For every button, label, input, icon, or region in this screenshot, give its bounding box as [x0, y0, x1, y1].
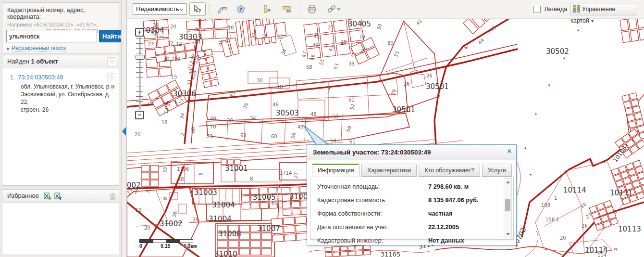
close-icon[interactable]: ×: [507, 147, 511, 155]
results-panel: Найден 1 объект ☆ 1.73:24:030503:49 ☆ об…: [2, 55, 119, 186]
layers-grid-icon: [573, 5, 580, 13]
link-chain-icon: [326, 5, 341, 13]
scroll-up-icon[interactable]: [506, 181, 510, 183]
collapse-sidebar-icon[interactable]: [122, 127, 126, 136]
export-excel-icon[interactable]: [44, 192, 51, 205]
svg-text:80: 80: [190, 127, 196, 133]
svg-text:?: ?: [198, 9, 201, 13]
share-link-button[interactable]: [323, 2, 344, 16]
svg-text:31004: 31004: [212, 201, 235, 209]
zoom-out-button[interactable]: −: [135, 111, 144, 119]
svg-text:80: 80: [387, 40, 394, 46]
tab-information[interactable]: Информация: [312, 164, 359, 177]
tab-who-services[interactable]: Кто обслуживает?: [419, 164, 480, 177]
svg-text:108 1: 108 1: [545, 217, 559, 222]
svg-text:22: 22: [148, 42, 154, 47]
zoom-in-button[interactable]: +: [135, 28, 144, 37]
sidebar-divider[interactable]: [121, 0, 127, 257]
cadastral-number-link[interactable]: 73:24:030503:49: [18, 74, 63, 81]
print-button[interactable]: [304, 2, 320, 16]
svg-text:41: 41: [351, 53, 357, 58]
popup-title: Земельный участок: 73:24:030503:49: [307, 145, 516, 160]
svg-text:34: 34: [153, 23, 159, 28]
layer-select-value: Недвижимость: [136, 5, 179, 13]
favorites-title: Избранное: [7, 192, 39, 199]
identify-by-polygon-button[interactable]: ?: [233, 2, 249, 16]
scrollbar-thumb[interactable]: [505, 199, 510, 211]
measure-area-button[interactable]: М²: [280, 2, 296, 16]
svg-text:27: 27: [293, 172, 299, 179]
svg-text:30: 30: [257, 78, 263, 83]
svg-text:20: 20: [144, 225, 150, 231]
svg-text:80: 80: [272, 200, 278, 206]
svg-text:27: 27: [328, 25, 334, 30]
svg-text:15: 15: [171, 74, 177, 79]
result-index: 1.: [10, 74, 15, 81]
svg-text:31008: 31008: [218, 230, 241, 238]
trash-icon[interactable]: [110, 192, 116, 205]
measure-length-button[interactable]: М: [259, 2, 275, 16]
svg-text:31007: 31007: [257, 224, 280, 233]
svg-text:26: 26: [582, 223, 588, 229]
identify-object-button[interactable]: ?: [189, 2, 206, 16]
results-header: Найден 1 объект ☆: [2, 55, 119, 68]
svg-text:1706: 1706: [177, 167, 189, 172]
results-star-button[interactable]: ☆: [107, 57, 116, 66]
map-manager-button[interactable]: Управление картой▾: [570, 3, 637, 15]
svg-text:23: 23: [207, 134, 213, 139]
info-row-registration-date: Дата постановки на учет:22.12.2005: [317, 220, 494, 234]
svg-text:20: 20: [560, 235, 566, 241]
scale-label-end: 0.3км: [184, 243, 197, 249]
svg-text:60: 60: [271, 134, 277, 139]
svg-text:31010: 31010: [214, 250, 237, 257]
svg-text:18: 18: [161, 120, 168, 125]
svg-text:13: 13: [193, 38, 200, 45]
svg-text:М²: М²: [286, 10, 291, 13]
layer-select[interactable]: Недвижимость: [133, 3, 186, 15]
svg-text:19: 19: [136, 207, 142, 213]
svg-text:20: 20: [135, 132, 141, 137]
scroll-down-icon[interactable]: [506, 233, 510, 235]
tab-characteristics[interactable]: Характеристики: [361, 164, 417, 177]
svg-text:2: 2: [188, 80, 191, 85]
advanced-search-arrow-icon: ▸: [7, 46, 10, 51]
svg-text:30501: 30501: [392, 105, 415, 114]
result-address-line2: Засвияжский, ул. Октябрьская, д. 22,: [21, 90, 116, 106]
zoom-slider-thumb[interactable]: [136, 55, 145, 60]
search-hint-line1: Например «61:6:10104:12», «61:6:*»,: [7, 21, 114, 28]
scale-label-start: 0: [139, 243, 142, 249]
svg-text:46: 46: [272, 102, 279, 107]
svg-text:7: 7: [603, 246, 606, 251]
svg-text:28: 28: [192, 217, 198, 222]
svg-text:?: ?: [221, 7, 223, 12]
search-input[interactable]: [6, 30, 97, 42]
svg-text:45: 45: [313, 34, 320, 39]
svg-text:63: 63: [240, 133, 247, 138]
app: Кадастровый номер, адрес, координата: На…: [0, 0, 644, 257]
advanced-search-link[interactable]: Расширенный поиск: [12, 45, 66, 52]
svg-text:7: 7: [327, 88, 330, 93]
result-favorite-star-button[interactable]: ☆: [107, 73, 116, 82]
tab-services[interactable]: Услуги: [482, 164, 512, 177]
sidebar: Кадастровый номер, адрес, координата: На…: [0, 0, 121, 257]
svg-text:8: 8: [250, 176, 253, 181]
svg-text:20: 20: [170, 24, 176, 29]
svg-text:38: 38: [227, 118, 233, 123]
cursor-question-icon: ?: [193, 5, 202, 13]
svg-text:58: 58: [306, 64, 312, 70]
svg-text:31003: 31003: [194, 188, 217, 197]
legend-checkbox[interactable]: [533, 6, 541, 13]
svg-text:10111: 10111: [610, 189, 633, 197]
import-excel-icon[interactable]: [54, 192, 62, 205]
zoom-slider-ticks: [136, 39, 143, 110]
svg-text:21: 21: [159, 32, 164, 39]
svg-text:30501: 30501: [426, 82, 449, 91]
svg-text:30503: 30503: [276, 109, 299, 117]
identify-by-line-button[interactable]: ?: [214, 2, 231, 16]
svg-text:70: 70: [359, 34, 365, 39]
map-right-controls: Легенда Управление картой▾: [466, 0, 639, 18]
polygon-question-icon: ?: [236, 5, 246, 13]
popup-scrollbar[interactable]: [504, 178, 512, 238]
info-row-cost: Кадастровая стоимость:8 135 847.06 руб.: [317, 193, 494, 207]
svg-text:51: 51: [348, 97, 355, 103]
